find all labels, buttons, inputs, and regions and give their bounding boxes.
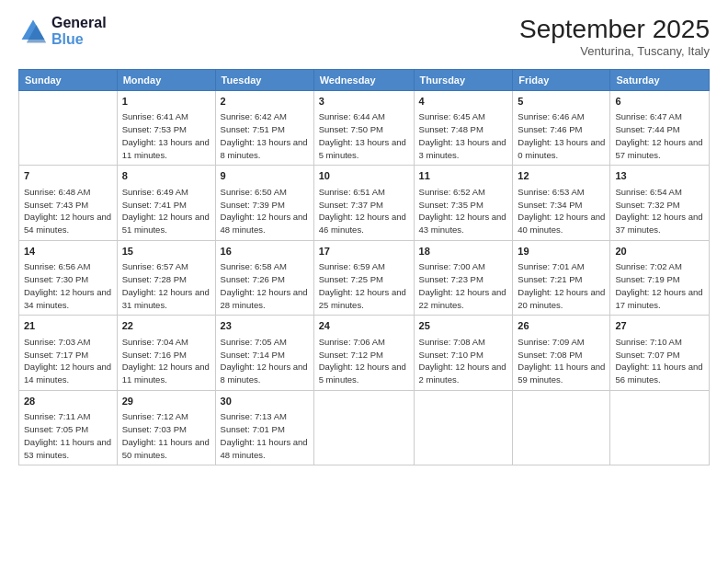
day-cell (610, 390, 710, 465)
day-info: Sunrise: 7:08 AMSunset: 7:10 PMDaylight:… (419, 336, 508, 386)
day-cell: 30Sunrise: 7:13 AMSunset: 7:01 PMDayligh… (215, 390, 313, 465)
day-cell: 13Sunrise: 6:54 AMSunset: 7:32 PMDayligh… (610, 166, 710, 240)
logo-icon (18, 17, 48, 46)
col-header-friday: Friday (513, 70, 610, 91)
day-cell: 9Sunrise: 6:50 AMSunset: 7:39 PMDaylight… (215, 166, 313, 240)
day-number: 4 (419, 95, 508, 109)
day-info: Sunrise: 7:02 AMSunset: 7:19 PMDaylight:… (615, 260, 704, 311)
day-number: 26 (518, 319, 605, 333)
day-cell: 6Sunrise: 6:47 AMSunset: 7:44 PMDaylight… (610, 91, 710, 166)
week-row-2: 14Sunrise: 6:56 AMSunset: 7:30 PMDayligh… (19, 240, 710, 315)
day-info: Sunrise: 7:10 AMSunset: 7:07 PMDaylight:… (615, 336, 704, 386)
day-info: Sunrise: 7:03 AMSunset: 7:17 PMDaylight:… (24, 336, 112, 386)
day-cell: 21Sunrise: 7:03 AMSunset: 7:17 PMDayligh… (19, 316, 118, 390)
day-number: 1 (122, 95, 210, 109)
day-info: Sunrise: 7:04 AMSunset: 7:16 PMDaylight:… (122, 336, 210, 386)
day-number: 14 (24, 245, 112, 259)
day-number: 28 (24, 395, 112, 408)
day-cell: 20Sunrise: 7:02 AMSunset: 7:19 PMDayligh… (610, 240, 710, 315)
day-number: 17 (319, 245, 409, 259)
day-info: Sunrise: 6:49 AMSunset: 7:41 PMDaylight:… (122, 186, 210, 236)
day-cell: 3Sunrise: 6:44 AMSunset: 7:50 PMDaylight… (313, 91, 414, 166)
day-info: Sunrise: 6:50 AMSunset: 7:39 PMDaylight:… (221, 186, 309, 236)
month-title: September 2025 (519, 15, 710, 44)
day-number: 23 (221, 319, 309, 333)
day-cell: 10Sunrise: 6:51 AMSunset: 7:37 PMDayligh… (313, 166, 414, 240)
day-info: Sunrise: 6:42 AMSunset: 7:51 PMDaylight:… (221, 110, 309, 161)
day-cell: 15Sunrise: 6:57 AMSunset: 7:28 PMDayligh… (117, 240, 215, 315)
day-number: 16 (221, 245, 309, 259)
day-cell: 12Sunrise: 6:53 AMSunset: 7:34 PMDayligh… (513, 166, 610, 240)
page: General Blue September 2025 Venturina, T… (0, 0, 728, 563)
day-number: 6 (615, 95, 704, 109)
col-header-saturday: Saturday (610, 70, 710, 91)
day-number: 15 (122, 245, 210, 259)
day-info: Sunrise: 7:01 AMSunset: 7:21 PMDaylight:… (518, 260, 605, 311)
header: General Blue September 2025 Venturina, T… (18, 15, 710, 58)
day-cell (513, 390, 610, 465)
day-info: Sunrise: 6:44 AMSunset: 7:50 PMDaylight:… (319, 110, 409, 161)
day-cell: 4Sunrise: 6:45 AMSunset: 7:48 PMDaylight… (414, 91, 513, 166)
day-number: 5 (518, 95, 605, 109)
day-info: Sunrise: 6:48 AMSunset: 7:43 PMDaylight:… (24, 186, 112, 236)
day-cell: 19Sunrise: 7:01 AMSunset: 7:21 PMDayligh… (513, 240, 610, 315)
day-info: Sunrise: 6:51 AMSunset: 7:37 PMDaylight:… (319, 186, 409, 236)
day-info: Sunrise: 7:12 AMSunset: 7:03 PMDaylight:… (122, 410, 210, 461)
day-info: Sunrise: 7:13 AMSunset: 7:01 PMDaylight:… (221, 410, 309, 461)
day-info: Sunrise: 6:54 AMSunset: 7:32 PMDaylight:… (615, 186, 704, 236)
day-cell: 22Sunrise: 7:04 AMSunset: 7:16 PMDayligh… (117, 316, 215, 390)
day-number: 20 (615, 245, 704, 259)
day-number: 12 (518, 169, 605, 183)
day-cell: 14Sunrise: 6:56 AMSunset: 7:30 PMDayligh… (19, 240, 118, 315)
day-number: 3 (319, 95, 409, 109)
subtitle: Venturina, Tuscany, Italy (519, 44, 710, 58)
day-info: Sunrise: 6:46 AMSunset: 7:46 PMDaylight:… (518, 110, 605, 161)
col-header-tuesday: Tuesday (215, 70, 313, 91)
day-number: 2 (221, 95, 309, 109)
week-row-4: 28Sunrise: 7:11 AMSunset: 7:05 PMDayligh… (19, 390, 710, 465)
day-cell: 18Sunrise: 7:00 AMSunset: 7:23 PMDayligh… (414, 240, 513, 315)
day-number: 24 (319, 319, 409, 333)
day-number: 21 (24, 319, 112, 333)
day-info: Sunrise: 7:09 AMSunset: 7:08 PMDaylight:… (518, 336, 605, 386)
day-cell (414, 390, 513, 465)
day-number: 19 (518, 245, 605, 259)
week-row-0: 1Sunrise: 6:41 AMSunset: 7:53 PMDaylight… (19, 91, 710, 166)
day-info: Sunrise: 6:53 AMSunset: 7:34 PMDaylight:… (518, 186, 605, 236)
day-number: 18 (419, 245, 508, 259)
col-header-thursday: Thursday (414, 70, 513, 91)
day-number: 13 (615, 169, 704, 183)
day-cell: 7Sunrise: 6:48 AMSunset: 7:43 PMDaylight… (19, 166, 118, 240)
col-header-sunday: Sunday (19, 70, 118, 91)
day-info: Sunrise: 6:47 AMSunset: 7:44 PMDaylight:… (615, 110, 704, 161)
day-number: 22 (122, 319, 210, 333)
day-number: 8 (122, 169, 210, 183)
day-number: 7 (24, 169, 112, 183)
day-number: 10 (319, 169, 409, 183)
day-cell: 1Sunrise: 6:41 AMSunset: 7:53 PMDaylight… (117, 91, 215, 166)
col-header-wednesday: Wednesday (313, 70, 414, 91)
logo: General Blue (18, 15, 107, 48)
title-block: September 2025 Venturina, Tuscany, Italy (519, 15, 710, 58)
day-cell: 23Sunrise: 7:05 AMSunset: 7:14 PMDayligh… (215, 316, 313, 390)
calendar-table: SundayMondayTuesdayWednesdayThursdayFrid… (18, 69, 710, 465)
logo-text: General Blue (51, 15, 107, 48)
day-number: 30 (221, 395, 309, 408)
day-cell (313, 390, 414, 465)
day-cell: 17Sunrise: 6:59 AMSunset: 7:25 PMDayligh… (313, 240, 414, 315)
day-number: 27 (615, 319, 704, 333)
day-info: Sunrise: 7:11 AMSunset: 7:05 PMDaylight:… (24, 410, 112, 461)
day-info: Sunrise: 6:59 AMSunset: 7:25 PMDaylight:… (319, 260, 409, 311)
week-row-3: 21Sunrise: 7:03 AMSunset: 7:17 PMDayligh… (19, 316, 710, 390)
day-number: 29 (122, 395, 210, 408)
day-number: 25 (419, 319, 508, 333)
day-cell: 28Sunrise: 7:11 AMSunset: 7:05 PMDayligh… (19, 390, 118, 465)
day-info: Sunrise: 6:58 AMSunset: 7:26 PMDaylight:… (221, 260, 309, 311)
day-cell: 11Sunrise: 6:52 AMSunset: 7:35 PMDayligh… (414, 166, 513, 240)
day-cell (19, 91, 118, 166)
day-info: Sunrise: 6:45 AMSunset: 7:48 PMDaylight:… (419, 110, 508, 161)
day-info: Sunrise: 7:06 AMSunset: 7:12 PMDaylight:… (319, 336, 409, 386)
day-cell: 16Sunrise: 6:58 AMSunset: 7:26 PMDayligh… (215, 240, 313, 315)
day-cell: 27Sunrise: 7:10 AMSunset: 7:07 PMDayligh… (610, 316, 710, 390)
day-cell: 2Sunrise: 6:42 AMSunset: 7:51 PMDaylight… (215, 91, 313, 166)
